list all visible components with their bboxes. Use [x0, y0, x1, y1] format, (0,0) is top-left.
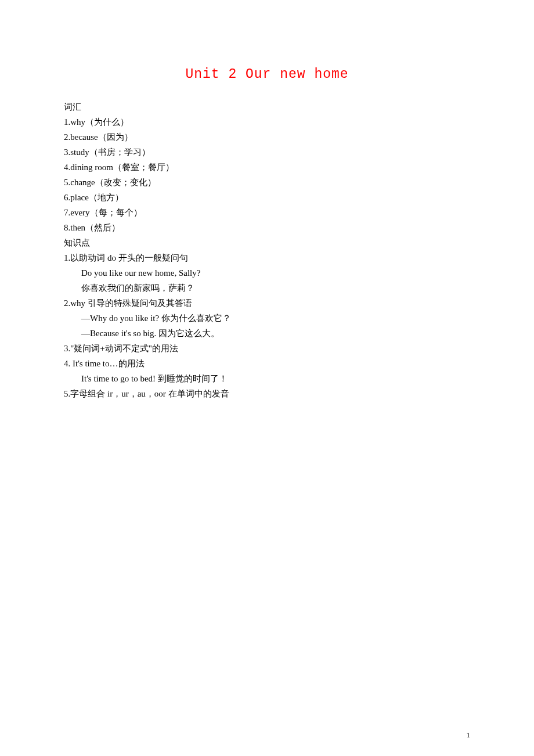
- vocab-section-header: 词汇: [64, 99, 470, 114]
- vocab-item: 1.why（为什么）: [64, 114, 470, 129]
- vocab-item: 5.change（改变；变化）: [64, 175, 470, 190]
- knowledge-item: 5.字母组合 ir，ur，au，oor 在单词中的发音: [64, 386, 470, 401]
- unit-title: Unit 2 Our new home: [64, 67, 470, 82]
- knowledge-item: It's time to go to bed! 到睡觉的时间了！: [64, 371, 470, 386]
- knowledge-item: Do you like our new home, Sally?: [64, 265, 470, 280]
- page-number: 1: [467, 730, 471, 740]
- vocab-item: 4.dining room（餐室；餐厅）: [64, 160, 470, 175]
- vocab-item: 6.place（地方）: [64, 190, 470, 205]
- vocab-item: 2.because（因为）: [64, 129, 470, 145]
- document-page: Unit 2 Our new home 词汇 1.why（为什么）2.becau…: [0, 0, 534, 401]
- knowledge-item: —Because it's so big. 因为它这么大。: [64, 326, 470, 341]
- knowledge-item: —Why do you like it? 你为什么喜欢它？: [64, 311, 470, 326]
- knowledge-item: 4. It's time to…的用法: [64, 356, 470, 371]
- knowledge-item: 1.以助动词 do 开头的一般疑问句: [64, 250, 470, 265]
- knowledge-item: 你喜欢我们的新家吗，萨莉？: [64, 280, 470, 296]
- knowledge-item: 2.why 引导的特殊疑问句及其答语: [64, 296, 470, 311]
- vocab-list: 1.why（为什么）2.because（因为）3.study（书房；学习）4.d…: [64, 114, 470, 235]
- vocab-item: 7.every（每；每个）: [64, 205, 470, 220]
- document-content: 词汇 1.why（为什么）2.because（因为）3.study（书房；学习）…: [64, 99, 470, 401]
- vocab-item: 8.then（然后）: [64, 220, 470, 235]
- knowledge-section-header: 知识点: [64, 235, 470, 250]
- knowledge-item: 3."疑问词+动词不定式"的用法: [64, 341, 470, 356]
- vocab-item: 3.study（书房；学习）: [64, 145, 470, 160]
- knowledge-list: 1.以助动词 do 开头的一般疑问句Do you like our new ho…: [64, 250, 470, 401]
